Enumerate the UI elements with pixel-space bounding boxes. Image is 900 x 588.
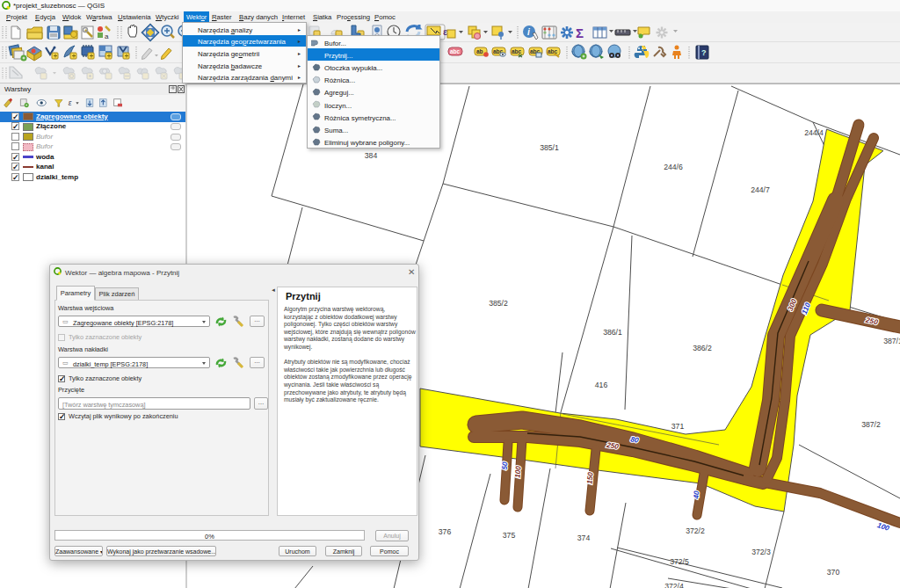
svg-text:386/2: 386/2	[693, 344, 712, 352]
svg-text:372/5: 372/5	[670, 557, 689, 566]
svg-text:371: 371	[671, 422, 685, 431]
svg-text:i: i	[527, 27, 530, 37]
svg-text:385/2: 385/2	[489, 299, 508, 308]
svg-text:150: 150	[585, 471, 595, 484]
svg-text:100: 100	[513, 465, 523, 478]
svg-text:244/7: 244/7	[751, 185, 770, 194]
svg-text:372/3: 372/3	[751, 548, 771, 556]
svg-text:244/4: 244/4	[804, 128, 824, 137]
svg-text:372/2: 372/2	[686, 526, 705, 535]
svg-text:abc: abc	[450, 48, 461, 54]
svg-text:376: 376	[439, 527, 452, 536]
svg-text:374: 374	[577, 534, 591, 542]
svg-text:a: a	[105, 33, 109, 40]
svg-text:416: 416	[595, 381, 608, 389]
svg-text:387/2: 387/2	[861, 420, 881, 429]
svg-text:abc: abc	[548, 48, 558, 54]
svg-text:372/4: 372/4	[664, 582, 684, 588]
svg-text:375: 375	[503, 531, 516, 540]
svg-text:244/6: 244/6	[664, 163, 683, 171]
svg-text:Σ: Σ	[576, 25, 584, 40]
svg-text:ε: ε	[69, 98, 72, 107]
svg-text:387/1: 387/1	[883, 337, 900, 345]
svg-text:385/1: 385/1	[540, 143, 559, 152]
svg-text:abc: abc	[512, 48, 522, 54]
svg-text:40: 40	[692, 490, 701, 500]
svg-text:?: ?	[701, 48, 707, 57]
svg-text:386/1: 386/1	[603, 328, 622, 337]
svg-text:ab: ab	[476, 48, 483, 54]
svg-text:384: 384	[365, 151, 378, 160]
svg-text:50: 50	[500, 461, 510, 470]
svg-text:370: 370	[827, 568, 840, 577]
